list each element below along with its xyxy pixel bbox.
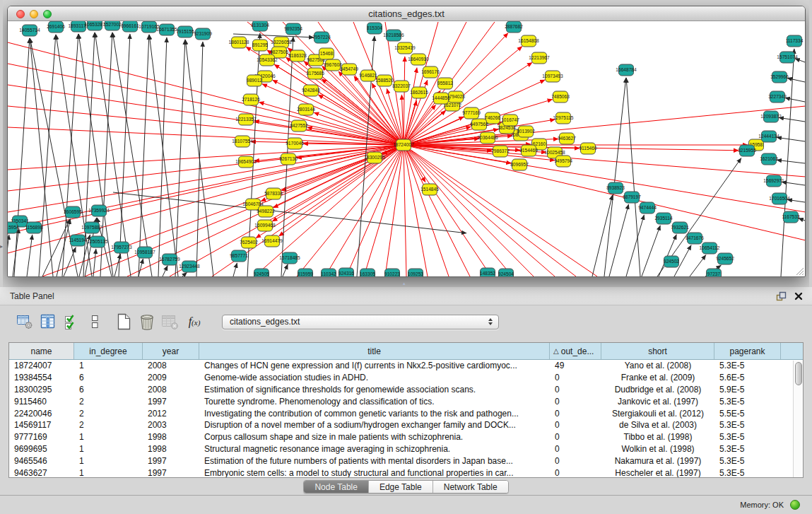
- network-node[interactable]: 9154469: [519, 145, 538, 156]
- network-node[interactable]: 1117334: [786, 35, 804, 47]
- table-row[interactable]: 911546021997Tourette syndrome. Phenomeno…: [9, 395, 803, 407]
- network-node[interactable]: 924505: [254, 269, 269, 276]
- network-node[interactable]: 8454749: [340, 64, 358, 75]
- table-select-dropdown[interactable]: citations_edges.txt: [222, 315, 499, 329]
- network-node[interactable]: 910223: [384, 269, 400, 276]
- column-header-year[interactable]: year: [143, 343, 199, 359]
- network-node[interactable]: 6879197: [623, 192, 641, 203]
- network-node[interactable]: 9495794: [554, 156, 572, 167]
- network-node[interactable]: 924502: [664, 256, 679, 267]
- network-node[interactable]: 13325419: [394, 42, 416, 54]
- table-row[interactable]: 1872400712008Changes of HCN gene express…: [9, 360, 803, 372]
- network-node[interactable]: 2935114: [654, 213, 673, 224]
- network-node[interactable]: 7625402: [240, 237, 258, 248]
- network-node[interactable]: 12093872: [760, 111, 782, 122]
- network-node[interactable]: 1156898: [25, 222, 43, 233]
- network-node[interactable]: 9245652: [716, 253, 734, 264]
- network-node[interactable]: 8471676: [686, 233, 704, 244]
- table-settings-button[interactable]: [16, 312, 34, 332]
- window-resize-grip[interactable]: [794, 266, 804, 276]
- network-node[interactable]: 15692971: [763, 175, 784, 187]
- network-node[interactable]: 8215955: [738, 145, 756, 156]
- network-node[interactable]: 19218586: [383, 30, 404, 41]
- network-node[interactable]: 16648784: [616, 64, 637, 76]
- function-builder-button[interactable]: f(x): [184, 312, 203, 332]
- network-node[interactable]: 2606595: [64, 206, 82, 218]
- network-node[interactable]: 10654112: [700, 243, 720, 254]
- network-node[interactable]: 8427552: [290, 120, 308, 132]
- network-node[interactable]: 8013902: [517, 126, 535, 137]
- network-node[interactable]: 16671355: [156, 24, 177, 35]
- network-node[interactable]: 8186328: [288, 50, 307, 62]
- network-node[interactable]: 10958187: [134, 247, 155, 258]
- network-node[interactable]: 16099468: [254, 220, 276, 231]
- network-node[interactable]: 18601128: [229, 37, 249, 48]
- network-node[interactable]: 18107554: [232, 136, 253, 147]
- scrollbar-thumb[interactable]: [795, 362, 802, 385]
- table-row[interactable]: 1830029562008Estimation of significance …: [9, 384, 803, 396]
- network-node[interactable]: 8322037: [392, 81, 411, 92]
- network-node[interactable]: 1588520: [375, 75, 394, 86]
- network-node[interactable]: 15718485: [279, 252, 300, 264]
- network-node[interactable]: 3227343: [768, 91, 787, 103]
- column-header-title[interactable]: title: [199, 343, 550, 359]
- network-node[interactable]: 2691406: [47, 21, 65, 33]
- network-node[interactable]: 10653287: [84, 21, 105, 30]
- tab-node-table[interactable]: Node Table: [304, 481, 369, 493]
- column-header-out-de-[interactable]: △out_de...: [550, 343, 601, 359]
- network-node[interactable]: 16782759: [159, 254, 180, 265]
- panel-collapse-arrow-icon[interactable]: ▸: [0, 243, 3, 250]
- network-node[interactable]: 2718126: [242, 94, 260, 105]
- network-node[interactable]: 7957224: [312, 32, 331, 43]
- network-node[interactable]: 19654903: [235, 156, 257, 168]
- table-row[interactable]: 946554611997Estimation of the future num…: [9, 455, 803, 467]
- network-node[interactable]: 18640910: [408, 54, 429, 65]
- network-node[interactable]: 14055714: [19, 25, 40, 36]
- table-vertical-scrollbar[interactable]: [793, 361, 803, 477]
- network-node[interactable]: 9231909: [194, 28, 212, 40]
- network-node[interactable]: 8131304: [251, 21, 269, 31]
- float-panel-icon[interactable]: [776, 291, 787, 301]
- network-node[interactable]: 2803144: [297, 104, 315, 115]
- column-header-name[interactable]: name: [9, 343, 74, 359]
- network-node[interactable]: 9777169: [462, 107, 481, 119]
- window-titlebar[interactable]: citations_edges.txt: [8, 6, 805, 21]
- network-node[interactable]: 9267130: [279, 153, 298, 165]
- delete-entries-button[interactable]: [138, 312, 156, 332]
- delete-table-button-disabled[interactable]: [161, 312, 180, 332]
- network-node[interactable]: 18300295: [364, 152, 385, 163]
- network-node[interactable]: 10975887: [81, 222, 102, 233]
- network-node[interactable]: 10973493: [542, 71, 563, 82]
- network-node[interactable]: 1444856: [432, 93, 450, 104]
- splitter-handle[interactable]: ▴: [403, 281, 406, 286]
- table-row[interactable]: 2242004622012Investigating the contribut…: [9, 407, 803, 419]
- network-graph[interactable]: 1872400718601128891295132260589827505818…: [8, 21, 805, 276]
- show-hide-columns-button[interactable]: [62, 312, 81, 332]
- network-node[interactable]: 1696176: [421, 66, 440, 78]
- network-node[interactable]: 12213357: [235, 114, 257, 125]
- network-node[interactable]: 12213967: [529, 52, 550, 64]
- network-node[interactable]: 9242848: [302, 85, 320, 96]
- network-node[interactable]: 97237: [707, 269, 722, 276]
- network-node[interactable]: 7485063: [551, 91, 570, 103]
- column-header-short[interactable]: short: [601, 343, 714, 359]
- network-node[interactable]: 9170046: [286, 138, 304, 149]
- column-header-pagerank[interactable]: pagerank: [714, 343, 781, 359]
- network-node[interactable]: 7932621: [671, 222, 689, 233]
- network-node[interactable]: 16914479: [261, 235, 283, 247]
- network-node[interactable]: 1514845: [420, 184, 439, 195]
- network-view-canvas[interactable]: 1872400718601128891295132260589827505818…: [8, 21, 805, 276]
- network-node[interactable]: 9115460: [579, 143, 597, 154]
- network-node[interactable]: 9498222: [257, 206, 275, 217]
- row-options-button[interactable]: [86, 312, 104, 332]
- network-node[interactable]: 1862615: [410, 87, 428, 98]
- network-node[interactable]: 1167533: [782, 211, 800, 223]
- network-node[interactable]: 1016747: [501, 115, 519, 126]
- network-node[interactable]: 110342: [321, 269, 336, 276]
- select-column-button[interactable]: [39, 312, 57, 332]
- network-node[interactable]: 163305: [360, 269, 375, 276]
- network-node[interactable]: 924316: [339, 268, 354, 276]
- network-node[interactable]: 955812: [437, 78, 453, 89]
- network-node[interactable]: 815959: [298, 269, 313, 276]
- network-node[interactable]: 109253: [408, 269, 423, 276]
